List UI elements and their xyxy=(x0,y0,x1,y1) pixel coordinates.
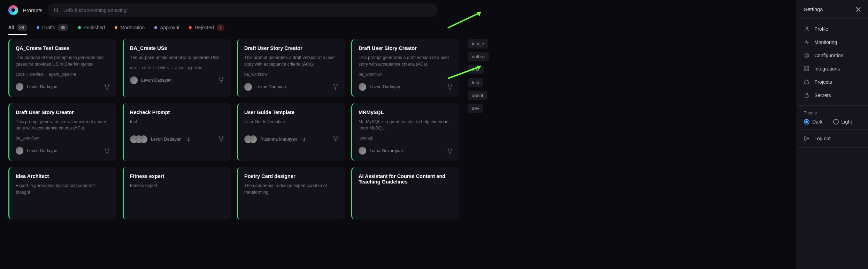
menu-monitoring[interactable]: Monitoring xyxy=(797,36,868,49)
menu-secrets[interactable]: Secrets xyxy=(797,89,868,102)
card-tag: dev xyxy=(130,65,137,70)
avatar xyxy=(249,135,257,143)
prompt-card[interactable]: MRMySQL Mr. MySQL is a great teacher to … xyxy=(351,103,459,161)
svg-point-30 xyxy=(221,141,222,142)
tab-moderation[interactable]: Moderation xyxy=(115,25,145,35)
card-description: Expert in generating logical and coheren… xyxy=(16,182,110,196)
content-area: QA_Create Test Cases The purpose of this… xyxy=(0,39,868,219)
card-description: This prompt generates a draft version of… xyxy=(359,54,453,68)
card-author: Levon Dadayan xyxy=(27,148,57,153)
tab-count: 88 xyxy=(17,24,27,31)
svg-point-22 xyxy=(448,84,449,85)
menu-profile[interactable]: Profile xyxy=(797,22,868,36)
user-icon xyxy=(804,26,809,32)
avatar xyxy=(359,147,366,155)
menu-configuration[interactable]: Configuration xyxy=(797,49,868,62)
menu-label: Secrets xyxy=(814,92,831,98)
prompt-card[interactable]: User Guide Template User Guide Template … xyxy=(237,103,345,161)
author-plus: +1 xyxy=(185,137,190,142)
card-title: QA_Create Test Cases xyxy=(16,45,110,51)
card-title: Recheck Prompt xyxy=(130,110,224,115)
prompt-card[interactable]: Draft User Story Creator This prompt gen… xyxy=(8,103,116,161)
radio-label: Light xyxy=(842,119,852,125)
svg-rect-46 xyxy=(805,95,808,97)
tag-chip[interactable]: bdd xyxy=(468,65,484,74)
card-tag: devfest xyxy=(30,72,44,77)
prompt-card[interactable]: AI Assistant for Course Content and Teac… xyxy=(351,167,459,219)
close-icon[interactable] xyxy=(855,7,861,12)
svg-point-24 xyxy=(450,88,451,89)
menu-projects[interactable]: Projects xyxy=(797,75,868,89)
svg-point-21 xyxy=(335,88,336,89)
tab-label: Drafts xyxy=(42,25,55,30)
status-dot-icon xyxy=(78,26,81,29)
card-author: Levon Dadayan xyxy=(151,137,182,142)
lock-icon xyxy=(804,92,809,98)
avatar xyxy=(16,147,23,155)
svg-point-17 xyxy=(222,77,223,79)
tag-chip[interactable]: test_c xyxy=(468,39,488,48)
prompt-card[interactable]: Fitness expert Fitness expert xyxy=(123,167,231,219)
search-field[interactable] xyxy=(47,3,438,17)
prompt-card[interactable]: Poetry Card designer The user needs a de… xyxy=(237,167,345,219)
card-title: Poetry Card designer xyxy=(244,173,339,179)
prompt-card[interactable]: QA_Create Test Cases The purpose of this… xyxy=(8,39,116,97)
gear-icon xyxy=(804,53,809,58)
fork-icon[interactable] xyxy=(104,84,110,90)
card-tag: agent_pipeline xyxy=(175,65,202,70)
card-tags: code|devfest|agent_pipeline xyxy=(16,72,110,77)
settings-drawer: Settings Profile Monitoring Configuratio… xyxy=(797,0,868,269)
tab-count: 1 xyxy=(217,24,225,31)
app-logo[interactable] xyxy=(8,5,18,15)
tab-rejected[interactable]: Rejected 1 xyxy=(189,24,224,35)
menu-logout[interactable]: Log out xyxy=(797,132,868,145)
tag-chip[interactable]: dev xyxy=(468,104,483,113)
tab-drafts[interactable]: Drafts 88 xyxy=(37,24,68,35)
status-dot-icon xyxy=(154,26,157,29)
avatar xyxy=(130,76,138,84)
search-input[interactable] xyxy=(63,7,431,13)
theme-light-radio[interactable]: Light xyxy=(833,119,852,125)
tag-chip[interactable]: anthro xyxy=(468,52,489,61)
menu-label: Log out xyxy=(814,136,831,141)
prompt-card[interactable]: Idea Architect Expert in generating logi… xyxy=(8,167,116,219)
fork-icon[interactable] xyxy=(218,136,224,142)
card-tag: code xyxy=(16,72,25,77)
card-description: Mr. MySQL is a great teacher to help eve… xyxy=(359,119,453,132)
card-tags: ba_workflow xyxy=(359,72,453,77)
card-tag: devfest xyxy=(156,65,170,70)
card-footer: Levon Dadayan xyxy=(16,83,110,91)
tag-chip[interactable]: test xyxy=(468,78,483,87)
svg-point-0 xyxy=(54,8,57,11)
svg-point-39 xyxy=(806,27,807,29)
tab-all[interactable]: All 88 xyxy=(8,24,27,35)
tab-approval[interactable]: Approval xyxy=(154,25,179,35)
card-tag: ba_workflow xyxy=(244,72,268,77)
fork-icon[interactable] xyxy=(332,136,339,142)
radio-icon xyxy=(833,119,839,125)
theme-dark-radio[interactable]: Dark xyxy=(804,119,823,125)
logout-section: Log out xyxy=(797,130,868,148)
menu-integrations[interactable]: Integrations xyxy=(797,62,868,75)
card-title: BA_Create USs xyxy=(130,45,224,51)
card-tag: agent_pipeline xyxy=(49,72,76,77)
prompt-card[interactable]: Draft User Story Creator This prompt gen… xyxy=(351,39,459,97)
fork-icon[interactable] xyxy=(218,77,224,83)
tabs: All 88 Drafts 88 Published Moderation Ap… xyxy=(8,24,224,35)
tab-published[interactable]: Published xyxy=(78,25,105,35)
svg-point-16 xyxy=(219,77,220,79)
fork-icon[interactable] xyxy=(447,84,453,90)
prompt-card[interactable]: Draft User Story Creator This prompt gen… xyxy=(237,39,345,97)
logout-icon xyxy=(804,136,809,141)
tab-label: Published xyxy=(84,25,105,30)
tag-chip[interactable]: agent xyxy=(468,91,487,100)
fork-icon[interactable] xyxy=(447,148,453,154)
fork-icon[interactable] xyxy=(332,84,339,90)
prompt-card[interactable]: Recheck Prompt test Levon Dadayan +1 xyxy=(123,103,231,161)
svg-rect-43 xyxy=(805,69,806,71)
briefcase-icon xyxy=(804,79,809,85)
fork-icon[interactable] xyxy=(104,148,110,154)
tabs-bar: All 88 Drafts 88 Published Moderation Ap… xyxy=(0,20,868,39)
card-footer: Levon Dadayan xyxy=(359,83,453,91)
prompt-card[interactable]: BA_Create USs The purpose of this prompt… xyxy=(123,39,231,97)
